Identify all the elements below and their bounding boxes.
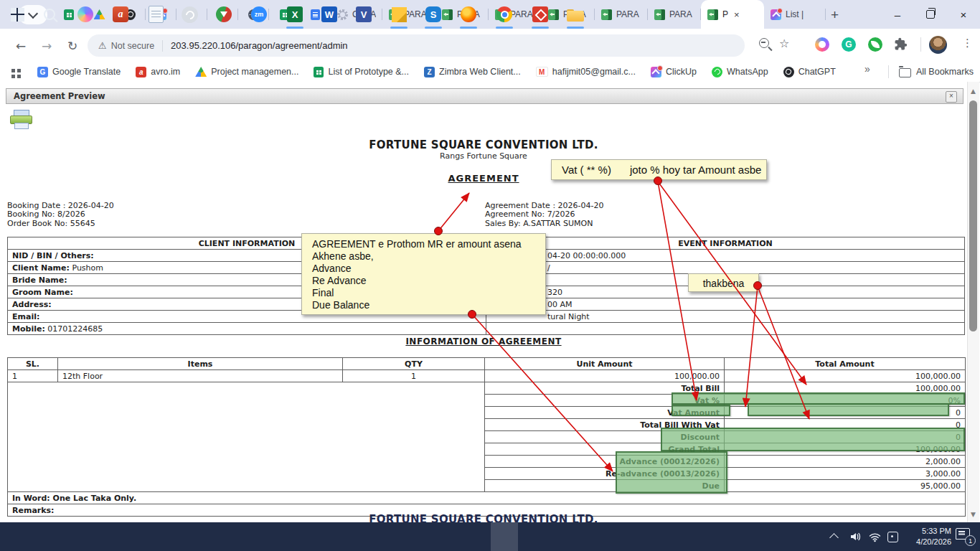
restore-button[interactable] — [914, 0, 947, 29]
bookmarks-overflow-chevron[interactable]: » — [864, 63, 870, 75]
bookmark-clickup[interactable]: ClickUp — [651, 67, 697, 77]
tray-volume[interactable] — [849, 522, 861, 551]
note-line: Akhene asbe, — [312, 250, 545, 263]
all-bookmarks-button[interactable]: All Bookmarks — [899, 62, 974, 82]
note-line: Final — [312, 287, 545, 299]
note-vat-right: joto % hoy tar Amount asbe — [630, 164, 761, 176]
bookmark-zimbra[interactable]: ZZimbra Web Client... — [424, 67, 521, 77]
print-button[interactable] — [10, 110, 32, 129]
taskbar-word[interactable]: W — [321, 6, 338, 23]
whatsapp-icon — [182, 6, 198, 23]
scrollbar-thumb[interactable] — [969, 100, 977, 331]
col-items: Items — [58, 358, 343, 370]
scroll-down-arrow[interactable]: ▼ — [969, 509, 978, 519]
taskbar-file-explorer[interactable] — [567, 6, 584, 23]
grammarly-icon[interactable]: G — [842, 37, 856, 52]
bookmark-star-icon[interactable]: ☆ — [779, 37, 789, 50]
wifi-icon — [869, 532, 881, 542]
bookmark-gmail[interactable]: Mhafijmit05@gmail.c... — [536, 67, 636, 77]
taskbar-clock[interactable]: 5:33 PM 4/20/2026 — [903, 526, 951, 547]
drive-icon — [94, 9, 105, 19]
item-sl: 1 — [8, 370, 58, 382]
bookmark-whatsapp[interactable]: WhatsApp — [712, 67, 768, 77]
notification-center-button[interactable]: 1 — [956, 528, 973, 542]
item-name: 12th Floor — [58, 370, 343, 382]
search-icon — [44, 9, 55, 20]
menu-kebab-icon[interactable]: ⋮ — [962, 37, 973, 50]
url-text[interactable]: 203.95.220.106/paragon/agreement/admin — [171, 40, 347, 51]
bookmark-chatgpt[interactable]: ChatGPT — [783, 67, 836, 77]
panel-close-button[interactable]: × — [946, 91, 957, 103]
bookmark-google-translate[interactable]: GGoogle Translate — [37, 67, 121, 77]
extensions-puzzle-icon[interactable] — [894, 37, 908, 54]
avro-icon: a — [113, 6, 128, 22]
security-label[interactable]: Not secure — [111, 41, 154, 51]
bookmark-label: ClickUp — [666, 67, 697, 77]
tab-para-6[interactable]: PARA — [648, 0, 701, 29]
address-bar[interactable]: ⚠ Not secure 203.95.220.106/paragon/agre… — [88, 34, 745, 57]
information-of-agreement-heading: INFORMATION OF AGREEMENT — [0, 336, 967, 347]
door-icon — [654, 9, 665, 20]
summary-label: Vat % — [485, 395, 725, 407]
tab-close-icon[interactable]: × — [734, 9, 740, 20]
col-total-amount: Total Amount — [725, 358, 966, 370]
start-button[interactable] — [9, 6, 26, 23]
red-diamond-app-icon — [532, 6, 548, 22]
clock-date: 4/20/2026 — [903, 537, 951, 547]
field-value: 01701224685 — [47, 324, 103, 334]
scroll-up-arrow[interactable]: ▲ — [969, 86, 978, 96]
leaf-extension-icon[interactable] — [868, 37, 882, 52]
extension-circle-icon[interactable] — [815, 37, 829, 52]
reload-button[interactable]: ↻ — [62, 37, 83, 55]
taskbar-whatsapp[interactable] — [181, 6, 198, 23]
apps-grid-icon[interactable] — [11, 69, 15, 72]
docs-list-icon — [311, 9, 320, 20]
taskbar-chrome[interactable] — [496, 6, 513, 23]
taskbar-copilot[interactable] — [77, 6, 94, 23]
taskbar-skype[interactable]: S — [425, 6, 442, 23]
taskbar-visio[interactable]: V — [355, 6, 372, 23]
tab-para-5[interactable]: PARA — [595, 0, 648, 29]
tray-chevron-up[interactable] — [831, 522, 837, 551]
taskbar-excel[interactable]: X — [286, 6, 303, 23]
taskbar-search-button[interactable] — [41, 6, 58, 23]
bookmark-list-of-prototype[interactable]: List of Prototype &... — [314, 67, 409, 77]
forward-button[interactable]: → — [36, 37, 57, 55]
profile-avatar[interactable] — [929, 36, 947, 54]
taskbar-zoom[interactable]: zm — [250, 6, 268, 23]
tab-label: PARA — [669, 9, 692, 19]
running-indicator — [496, 27, 513, 29]
note-line: Advance — [312, 263, 545, 275]
running-indicator — [425, 27, 442, 29]
taskbar-idm[interactable] — [215, 6, 232, 23]
running-indicator — [532, 27, 549, 29]
new-tab-button[interactable]: + — [825, 5, 844, 24]
bookmark-avro[interactable]: aavro.im — [136, 67, 180, 77]
bookmark-project-management[interactable]: Project managemen... — [195, 67, 298, 77]
taskbar-sticky-notes[interactable] — [390, 6, 407, 23]
taskbar-notepad[interactable] — [147, 6, 164, 23]
taskbar-red-app[interactable] — [532, 6, 549, 23]
tray-wifi[interactable] — [869, 522, 881, 551]
speaker-icon — [849, 531, 861, 542]
zoom-icon: zm — [251, 6, 267, 22]
booking-block: Booking Date : 2026-04-20 Booking No: 8/… — [7, 202, 114, 228]
summary-label: Grand Total — [485, 443, 725, 456]
empty-cell — [8, 382, 485, 492]
minimize-button[interactable]: – — [881, 0, 914, 29]
zoom-search-icon[interactable] — [759, 38, 769, 48]
close-window-button[interactable]: × — [947, 0, 980, 29]
tray-app[interactable] — [887, 522, 898, 551]
whatsapp-icon — [712, 67, 722, 77]
sheets-icon — [64, 9, 74, 20]
tab-label: PARA — [616, 9, 639, 19]
summary-label: Advance (00012/2026) — [485, 456, 725, 468]
chatgpt-icon — [783, 67, 794, 77]
in-word: In Word: One Lac Taka Only. — [8, 492, 966, 504]
tab-list[interactable]: List | — [764, 0, 826, 29]
taskbar-avro[interactable]: a — [112, 6, 129, 23]
taskbar-firefox[interactable] — [460, 6, 477, 23]
tab-active-paragon[interactable]: P × — [701, 0, 764, 29]
back-button[interactable]: ← — [10, 37, 32, 55]
note-vat: Vat ( ** %) joto % hoy tar Amount asbe — [551, 159, 767, 180]
